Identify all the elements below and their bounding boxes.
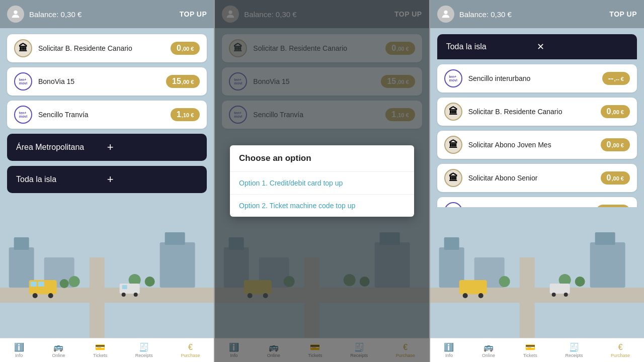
- svg-point-48: [499, 276, 510, 287]
- info-icon-r: ℹ️: [444, 342, 454, 352]
- modal-option-1[interactable]: Option 1. Credit/debit card top up: [230, 172, 414, 195]
- card-icon-r: 💳: [525, 342, 535, 352]
- left-panel: Balance: 0,30 € TOP UP 🏛 Solicitar B. Re…: [0, 0, 214, 362]
- right-header: Balance: 0,30 € TOP UP: [430, 0, 644, 28]
- divider-mid-right: [429, 0, 430, 362]
- right-ticket-0[interactable]: ten+movi Sencillo interurbano -- ,-- €: [437, 64, 637, 93]
- left-ticket-price-1: 15,00 €: [166, 75, 200, 88]
- plus-icon-1: +: [107, 173, 198, 186]
- right-nav-receipts[interactable]: 🧾 Receipts: [565, 342, 583, 358]
- svg-point-47: [575, 277, 585, 287]
- right-ticket-2[interactable]: 🏛 Solicitar Abono Joven Mes 0,00 €: [437, 131, 637, 159]
- left-nav-online[interactable]: 🚌 Online: [52, 342, 65, 358]
- svg-rect-44: [590, 242, 625, 288]
- left-bottom-nav: ℹ️ Info 🚌 Online 💳 Tickets 🧾 Receipts € …: [0, 338, 214, 362]
- close-section-icon[interactable]: ✕: [537, 41, 628, 52]
- tenmovi-outline-icon-2: ten+movi: [14, 106, 32, 124]
- left-ticket-name-2: Sencillo Tranvía: [38, 111, 165, 119]
- svg-point-37: [444, 11, 447, 14]
- left-ticket-price-0: 0,00 €: [171, 42, 200, 55]
- left-ticket-name-1: BonoVia 15: [38, 77, 160, 85]
- right-panel: Balance: 0,30 € TOP UP Toda la isla ✕ te…: [430, 0, 644, 362]
- svg-point-51: [478, 293, 483, 298]
- svg-rect-49: [459, 280, 487, 294]
- svg-point-50: [462, 293, 467, 298]
- right-avatar: [437, 6, 454, 23]
- right-nav-tickets[interactable]: 💳 Tickets: [523, 342, 537, 358]
- left-balance: Balance: 0,30 €: [29, 10, 180, 19]
- right-ticket-name-3: Solicitar Abono Senior: [468, 174, 595, 182]
- right-ticket-3[interactable]: 🏛 Solicitar Abono Senior 0,00 €: [437, 164, 637, 192]
- right-bottom-nav: ℹ️ Info 🚌 Online 💳 Tickets 🧾 Receipts € …: [430, 338, 644, 362]
- right-city-bg: [430, 207, 644, 338]
- right-ticket-name-0: Sencillo interurbano: [468, 74, 596, 82]
- svg-rect-42: [444, 237, 459, 250]
- right-nav-info[interactable]: ℹ️ Info: [444, 342, 454, 358]
- right-ticket-name-2: Solicitar Abono Joven Mes: [468, 141, 595, 149]
- bus-icon-r: 🚌: [484, 342, 494, 352]
- right-nav-online[interactable]: 🚌 Online: [482, 342, 495, 358]
- right-topup[interactable]: TOP UP: [609, 10, 637, 18]
- left-header: Balance: 0,30 € TOP UP: [0, 0, 214, 28]
- divider-left-mid: [214, 0, 215, 362]
- left-topup[interactable]: TOP UP: [180, 10, 207, 18]
- right-ticket-1[interactable]: 🏛 Solicitar B. Residente Canario 0,00 €: [437, 98, 637, 126]
- right-balance: Balance: 0,30 €: [459, 10, 610, 19]
- euro-icon: €: [188, 343, 193, 352]
- left-ticket-1[interactable]: ten+movi BonoVia 15 15,00 €: [7, 67, 207, 96]
- middle-panel: Balance: 0,30 € TOP UP 🏛 Solicitar B. Re…: [215, 0, 429, 362]
- right-ticket-price-3: 0,00 €: [601, 171, 630, 185]
- right-section-header: Toda la isla ✕: [437, 34, 637, 59]
- plus-icon-0: +: [107, 141, 198, 154]
- left-ticket-price-2: 1,10 €: [171, 108, 200, 121]
- svg-point-0: [14, 11, 17, 14]
- gov-icon-r2: 🏛: [444, 136, 462, 154]
- left-content: 🏛 Solicitar B. Residente Canario 0,00 € …: [0, 28, 214, 338]
- gov-icon-r1: 🏛: [444, 103, 462, 121]
- modal-title: Choose an option: [230, 145, 414, 172]
- left-avatar: [7, 6, 24, 23]
- euro-icon-r: €: [618, 343, 623, 352]
- left-nav-tickets[interactable]: 💳 Tickets: [93, 342, 107, 358]
- card-icon: 💳: [95, 342, 105, 352]
- left-nav-purchase[interactable]: € Purchase: [181, 343, 200, 358]
- right-nav-purchase[interactable]: € Purchase: [611, 343, 630, 358]
- left-section-isla[interactable]: Toda la isla +: [7, 166, 207, 193]
- tenmovi-icon-1: ten+movi: [14, 72, 32, 90]
- right-ticket-price-0: -- ,-- €: [602, 72, 630, 85]
- left-nav-info[interactable]: ℹ️ Info: [14, 342, 24, 358]
- modal-overlay: Choose an option Option 1. Credit/debit …: [215, 0, 429, 362]
- svg-rect-45: [595, 232, 615, 245]
- tenmovi-icon-r0: ten+movi: [444, 69, 462, 87]
- gov-icon-0: 🏛: [14, 39, 32, 57]
- right-ticket-price-1: 0,00 €: [601, 105, 630, 118]
- left-section-metropolitana[interactable]: Área Metropolitana +: [7, 134, 207, 161]
- left-nav-receipts[interactable]: 🧾 Receipts: [135, 342, 153, 358]
- svg-rect-40: [519, 257, 534, 338]
- info-icon: ℹ️: [14, 342, 24, 352]
- right-ticket-name-1: Solicitar B. Residente Canario: [468, 108, 595, 116]
- receipt-icon: 🧾: [139, 342, 149, 352]
- choose-option-modal: Choose an option Option 1. Credit/debit …: [230, 145, 414, 217]
- svg-point-53: [551, 293, 555, 297]
- bus-icon: 🚌: [53, 342, 63, 352]
- left-ticket-name-0: Solicitar B. Residente Canario: [38, 44, 165, 52]
- receipt-icon-r: 🧾: [569, 342, 579, 352]
- gov-icon-r3: 🏛: [444, 169, 462, 187]
- svg-point-54: [564, 293, 568, 297]
- left-ticket-0[interactable]: 🏛 Solicitar B. Residente Canario 0,00 €: [7, 34, 207, 62]
- modal-option-2[interactable]: Option 2. Ticket machine code top up: [230, 195, 414, 217]
- svg-rect-52: [549, 284, 570, 294]
- left-ticket-2[interactable]: ten+movi Sencillo Tranvía 1,10 €: [7, 101, 207, 129]
- right-ticket-price-2: 0,00 €: [601, 138, 630, 151]
